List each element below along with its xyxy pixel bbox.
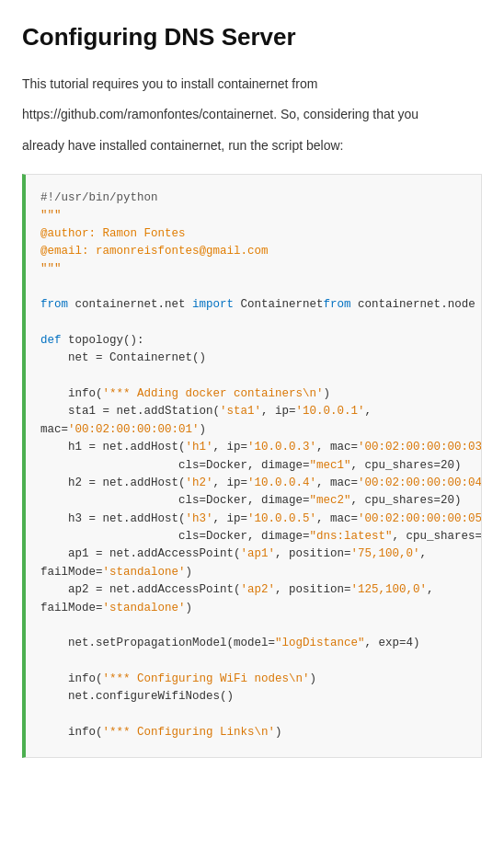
intro-paragraph-1: This tutorial requires you to install co…: [22, 74, 482, 96]
page-title: Configuring DNS Server: [22, 18, 482, 57]
code-block: #!/usr/bin/python """ @author: Ramon Fon…: [22, 174, 482, 758]
intro-paragraph-3: already have installed containernet, run…: [22, 135, 482, 157]
intro-paragraph-2: https://github.com/ramonfontes/container…: [22, 104, 482, 126]
